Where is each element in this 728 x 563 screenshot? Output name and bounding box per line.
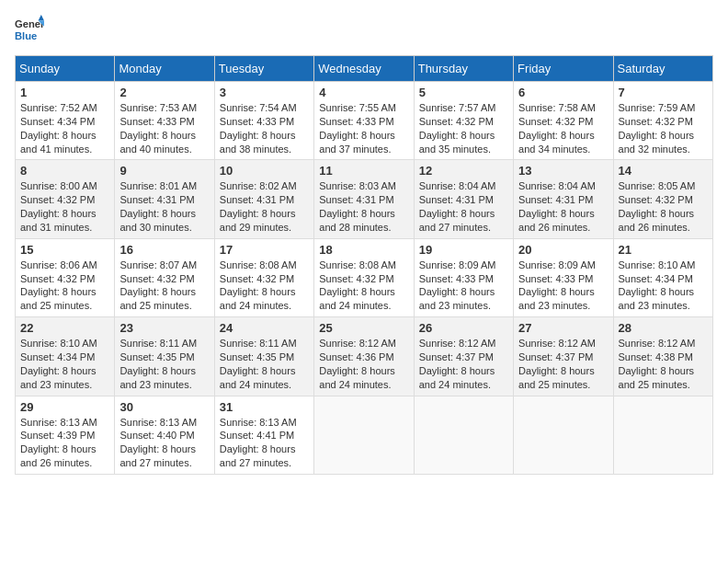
day-number: 18 [319,243,408,257]
day-number: 11 [319,164,408,178]
sunrise-label: Sunrise: 8:12 AM [619,338,696,349]
day-detail: Sunrise: 7:52 AM Sunset: 4:34 PM Dayligh… [20,101,109,155]
calendar-cell: 18 Sunrise: 8:08 AM Sunset: 4:32 PM Dayl… [314,238,414,316]
svg-marker-2 [39,15,44,20]
daylight-label: Daylight: 8 hours and 27 minutes. [119,443,196,468]
day-detail: Sunrise: 8:01 AM Sunset: 4:31 PM Dayligh… [119,179,209,234]
daylight-label: Daylight: 8 hours and 23 minutes. [619,286,695,311]
day-number: 14 [619,164,708,178]
daylight-label: Daylight: 8 hours and 26 minutes. [20,443,97,468]
sunset-label: Sunset: 4:32 PM [220,273,294,284]
day-number: 8 [20,164,109,178]
calendar-cell: 15 Sunrise: 8:06 AM Sunset: 4:32 PM Dayl… [16,238,115,316]
day-number: 12 [419,164,508,178]
calendar-week-row: 29 Sunrise: 8:13 AM Sunset: 4:39 PM Dayl… [16,396,713,474]
calendar-cell: 31 Sunrise: 8:13 AM Sunset: 4:41 PM Dayl… [214,396,313,474]
day-of-week-header: Tuesday [214,56,313,82]
sunset-label: Sunset: 4:32 PM [518,116,593,127]
sunset-label: Sunset: 4:39 PM [20,430,95,441]
calendar-cell: 13 Sunrise: 8:04 AM Sunset: 4:31 PM Dayl… [514,160,613,238]
calendar-cell: 10 Sunrise: 8:02 AM Sunset: 4:31 PM Dayl… [214,160,313,238]
sunrise-label: Sunrise: 8:05 AM [619,180,696,191]
day-number: 6 [518,86,608,99]
day-number: 31 [220,400,309,414]
daylight-label: Daylight: 8 hours and 23 minutes. [119,365,196,390]
day-detail: Sunrise: 8:05 AM Sunset: 4:32 PM Dayligh… [619,179,708,234]
day-number: 26 [419,321,508,335]
sunset-label: Sunset: 4:41 PM [220,430,294,441]
day-detail: Sunrise: 8:12 AM Sunset: 4:37 PM Dayligh… [419,337,508,391]
sunset-label: Sunset: 4:32 PM [319,273,393,284]
day-number: 9 [119,164,209,178]
day-of-week-header: Sunday [16,56,115,82]
day-number: 7 [619,86,708,99]
day-detail: Sunrise: 8:09 AM Sunset: 4:33 PM Dayligh… [419,259,508,313]
daylight-label: Daylight: 8 hours and 24 minutes. [419,365,495,390]
calendar-cell: 6 Sunrise: 7:58 AM Sunset: 4:32 PM Dayli… [514,82,613,160]
sunrise-label: Sunrise: 8:13 AM [119,417,197,428]
sunrise-label: Sunrise: 8:12 AM [518,338,596,349]
day-detail: Sunrise: 7:58 AM Sunset: 4:32 PM Dayligh… [518,101,608,155]
sunset-label: Sunset: 4:36 PM [319,351,393,362]
sunrise-label: Sunrise: 8:02 AM [220,180,297,191]
sunrise-label: Sunrise: 7:58 AM [518,102,596,113]
daylight-label: Daylight: 8 hours and 24 minutes. [319,365,395,390]
daylight-label: Daylight: 8 hours and 24 minutes. [220,286,296,311]
day-detail: Sunrise: 8:13 AM Sunset: 4:39 PM Dayligh… [20,416,109,470]
day-detail: Sunrise: 8:13 AM Sunset: 4:41 PM Dayligh… [220,416,309,470]
day-detail: Sunrise: 8:00 AM Sunset: 4:32 PM Dayligh… [20,179,109,234]
sunrise-label: Sunrise: 8:11 AM [119,338,197,349]
sunset-label: Sunset: 4:37 PM [419,351,494,362]
sunset-label: Sunset: 4:34 PM [20,116,95,127]
sunrise-label: Sunrise: 8:03 AM [319,180,396,191]
daylight-label: Daylight: 8 hours and 38 minutes. [220,130,296,155]
sunrise-label: Sunrise: 8:11 AM [220,338,297,349]
day-number: 10 [220,164,309,178]
daylight-label: Daylight: 8 hours and 40 minutes. [119,130,196,155]
calendar-cell: 29 Sunrise: 8:13 AM Sunset: 4:39 PM Dayl… [16,396,115,474]
page-header: General Blue [15,15,713,44]
logo-icon: General Blue [15,15,44,44]
daylight-label: Daylight: 8 hours and 24 minutes. [220,365,296,390]
sunset-label: Sunset: 4:32 PM [119,273,194,284]
daylight-label: Daylight: 8 hours and 24 minutes. [319,286,395,311]
sunrise-label: Sunrise: 8:08 AM [220,259,297,270]
day-detail: Sunrise: 8:07 AM Sunset: 4:32 PM Dayligh… [119,259,209,313]
calendar-cell: 19 Sunrise: 8:09 AM Sunset: 4:33 PM Dayl… [414,238,513,316]
sunset-label: Sunset: 4:32 PM [619,116,693,127]
calendar-cell: 24 Sunrise: 8:11 AM Sunset: 4:35 PM Dayl… [214,317,313,396]
day-detail: Sunrise: 7:53 AM Sunset: 4:33 PM Dayligh… [119,101,209,155]
daylight-label: Daylight: 8 hours and 25 minutes. [518,365,595,390]
day-number: 15 [20,243,109,257]
calendar-cell: 4 Sunrise: 7:55 AM Sunset: 4:33 PM Dayli… [314,82,414,160]
sunset-label: Sunset: 4:32 PM [20,273,95,284]
calendar-cell: 14 Sunrise: 8:05 AM Sunset: 4:32 PM Dayl… [613,160,712,238]
calendar-cell: 12 Sunrise: 8:04 AM Sunset: 4:31 PM Dayl… [414,160,513,238]
day-detail: Sunrise: 8:08 AM Sunset: 4:32 PM Dayligh… [220,259,309,313]
day-number: 30 [119,400,209,414]
day-detail: Sunrise: 8:12 AM Sunset: 4:37 PM Dayligh… [518,337,608,391]
sunrise-label: Sunrise: 8:09 AM [419,259,496,270]
sunset-label: Sunset: 4:37 PM [518,351,593,362]
sunset-label: Sunset: 4:31 PM [319,194,393,205]
calendar-cell: 20 Sunrise: 8:09 AM Sunset: 4:33 PM Dayl… [514,238,613,316]
day-number: 28 [619,321,708,335]
daylight-label: Daylight: 8 hours and 35 minutes. [419,130,495,155]
sunrise-label: Sunrise: 7:57 AM [419,102,496,113]
sunrise-label: Sunrise: 7:53 AM [119,102,197,113]
daylight-label: Daylight: 8 hours and 30 minutes. [119,208,196,233]
day-detail: Sunrise: 8:10 AM Sunset: 4:34 PM Dayligh… [619,259,708,313]
sunrise-label: Sunrise: 8:00 AM [20,180,97,191]
day-number: 29 [20,400,109,414]
daylight-label: Daylight: 8 hours and 25 minutes. [20,286,97,311]
day-number: 4 [319,86,408,99]
sunrise-label: Sunrise: 8:04 AM [518,180,596,191]
daylight-label: Daylight: 8 hours and 23 minutes. [419,286,495,311]
calendar-cell [314,396,414,474]
day-of-week-header: Saturday [613,56,712,82]
calendar-cell: 28 Sunrise: 8:12 AM Sunset: 4:38 PM Dayl… [613,317,712,396]
calendar-cell: 17 Sunrise: 8:08 AM Sunset: 4:32 PM Dayl… [214,238,313,316]
calendar-week-row: 22 Sunrise: 8:10 AM Sunset: 4:34 PM Dayl… [16,317,713,396]
calendar-cell: 22 Sunrise: 8:10 AM Sunset: 4:34 PM Dayl… [16,317,115,396]
sunset-label: Sunset: 4:40 PM [119,430,194,441]
